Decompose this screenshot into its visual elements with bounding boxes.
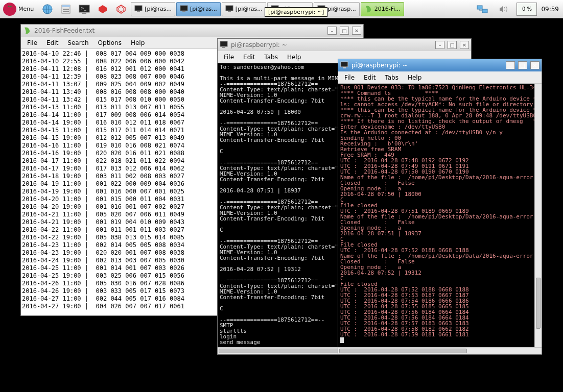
terminal-icon: [225, 5, 233, 13]
svg-rect-9: [82, 13, 86, 14]
terminal-launcher[interactable]: >_: [76, 2, 93, 17]
clock[interactable]: 09:59: [541, 6, 559, 13]
menu-tabs[interactable]: Tabs: [381, 73, 403, 82]
menu-file[interactable]: File: [340, 73, 359, 82]
taskbar-task-2[interactable]: [pi@ras...: [222, 2, 266, 16]
taskbar-task-label: [pi@ras...: [145, 6, 172, 12]
menu-help[interactable]: Help: [283, 53, 305, 62]
terminal-icon: [180, 5, 188, 13]
taskbar-task-5[interactable]: 2016-Fi...: [361, 2, 404, 16]
minimize-button[interactable]: –: [327, 27, 337, 35]
svg-rect-16: [180, 6, 187, 11]
terminal2-vscrollbar[interactable]: [534, 84, 542, 347]
leafpad-icon: [23, 27, 31, 35]
network-icon[interactable]: [474, 2, 491, 17]
taskbar-task-1[interactable]: [pi@ras...: [176, 2, 221, 16]
terminal-icon: [340, 61, 348, 69]
maximize-button[interactable]: □: [340, 27, 349, 35]
terminal-icon: [134, 5, 143, 13]
svg-rect-5: [62, 5, 70, 7]
taskbar-task-label: [pi@ras...: [236, 6, 263, 12]
svg-rect-24: [477, 6, 482, 9]
menu-file[interactable]: File: [220, 53, 238, 62]
editor-title: 2016-FishFeeder.txt: [34, 27, 95, 34]
svg-rect-7: [63, 11, 69, 12]
svg-rect-18: [226, 6, 233, 11]
svg-rect-14: [135, 6, 142, 11]
web-browser-launcher[interactable]: [39, 2, 56, 17]
svg-marker-13: [119, 7, 124, 12]
menu-edit[interactable]: Edit: [42, 38, 62, 47]
close-button[interactable]: ✕: [530, 61, 539, 69]
svg-rect-6: [63, 9, 69, 10]
menu-search[interactable]: Search: [63, 38, 92, 47]
close-button[interactable]: ✕: [352, 27, 361, 35]
terminal2-titlebar[interactable]: pi@raspberrypi: ~ – □ ✕: [338, 59, 542, 71]
terminal-cursor: [340, 337, 344, 343]
taskbar-task-label: [pi@ras...: [190, 6, 217, 12]
terminal2-menubar: FileEditTabsHelp: [338, 71, 542, 84]
start-menu-label: Menu: [18, 6, 34, 12]
minimize-button[interactable]: –: [506, 61, 515, 69]
leafpad-icon: [364, 5, 372, 13]
terminal1-titlebar[interactable]: pi@raspberrypi: ~ – □ ✕: [218, 39, 471, 51]
svg-marker-12: [117, 5, 125, 13]
taskbar-task-label: pi@rasp...: [327, 6, 356, 12]
svg-rect-25: [482, 9, 487, 13]
svg-text:>_: >_: [81, 6, 87, 11]
menu-edit[interactable]: Edit: [239, 53, 259, 62]
svg-rect-15: [137, 11, 140, 12]
mathematica-launcher[interactable]: [94, 2, 111, 17]
svg-rect-17: [182, 11, 185, 12]
raspberry-icon: [3, 3, 16, 16]
svg-rect-26: [220, 41, 227, 46]
terminal2-title: pi@raspberrypi: ~: [351, 62, 408, 69]
svg-rect-19: [228, 11, 231, 12]
editor-titlebar[interactable]: 2016-FishFeeder.txt – □ ✕: [21, 24, 363, 37]
svg-rect-27: [222, 47, 225, 48]
maximize-button[interactable]: □: [518, 61, 527, 69]
taskbar-task-label: 2016-Fi...: [374, 6, 401, 12]
svg-rect-28: [341, 62, 348, 67]
terminal2-output[interactable]: Bus 001 Device 033: ID 1a86:7523 QinHeng…: [338, 84, 534, 347]
file-manager-launcher[interactable]: [57, 2, 75, 17]
terminal-window-2: pi@raspberrypi: ~ – □ ✕ FileEditTabsHelp…: [338, 59, 542, 355]
terminal1-title: pi@raspberrypi: ~: [231, 41, 287, 48]
svg-marker-11: [99, 5, 107, 13]
taskbar-task-0[interactable]: [pi@ras...: [131, 2, 175, 16]
menu-file[interactable]: File: [23, 38, 41, 47]
menu-help[interactable]: Help: [404, 73, 426, 82]
taskbar-tooltip: [pi@raspberrypi: ~]: [265, 7, 327, 17]
close-button[interactable]: ✕: [460, 41, 469, 49]
svg-point-2: [8, 10, 11, 13]
menu-edit[interactable]: Edit: [360, 73, 380, 82]
start-menu-button[interactable]: Menu: [2, 2, 38, 17]
terminal-icon: [220, 41, 228, 49]
volume-icon[interactable]: [495, 2, 512, 17]
minimize-button[interactable]: –: [435, 41, 444, 49]
terminal2-hscrollbar[interactable]: [338, 347, 542, 354]
wolfram-launcher[interactable]: [112, 2, 130, 17]
menu-options[interactable]: Options: [94, 38, 126, 47]
svg-rect-29: [343, 67, 346, 68]
maximize-button[interactable]: □: [448, 41, 457, 49]
cpu-monitor[interactable]: 0 %: [517, 3, 537, 16]
menu-help[interactable]: Help: [127, 38, 149, 47]
menu-tabs[interactable]: Tabs: [260, 53, 282, 62]
